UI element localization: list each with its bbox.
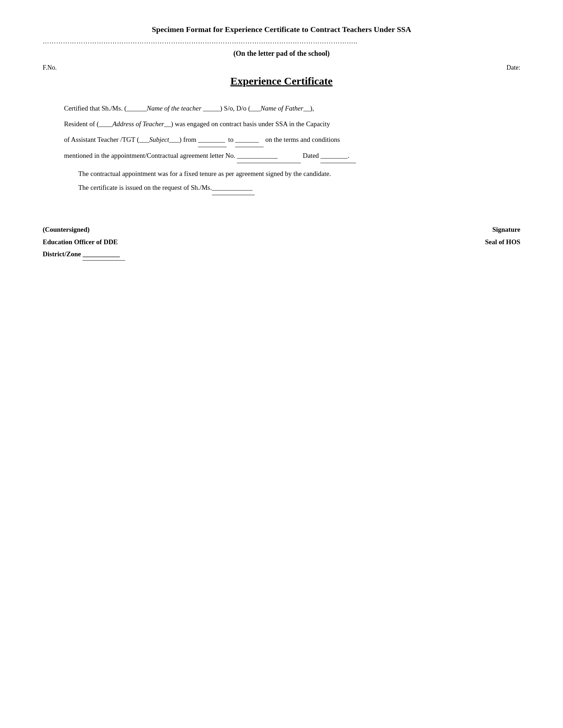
body-text: Certified that Sh./Ms. (______Name of th… — [64, 101, 513, 163]
line2-prefix: Resident of (____ — [64, 120, 112, 128]
seal-label: Seal of HOS — [485, 236, 520, 248]
line3-mid: ___) from — [169, 136, 197, 143]
dated-label: Dated — [303, 152, 319, 159]
line1-prefix: Certified that Sh./Ms. ( — [64, 105, 127, 112]
line3-to: to — [228, 136, 234, 143]
right-signature: Signature Seal of HOS — [485, 224, 520, 248]
line-3: of Assistant Teacher /TGT (___Subject___… — [64, 133, 513, 147]
education-officer-label: Education Officer of DDE — [43, 236, 125, 248]
line3-suffix: on the terms and conditions — [265, 136, 340, 143]
dotted-separator: …………………………………………………………………………………………………………… — [43, 38, 520, 45]
para1-container: The contractual appointment was for a fi… — [78, 167, 513, 181]
blank-name2: ____________ — [212, 181, 255, 195]
date-label: Date: — [506, 64, 520, 71]
fno-label: F.No. — [43, 64, 57, 71]
countersigned-label: (Countersigned) — [43, 224, 125, 236]
subject-placeholder: Subject — [149, 136, 169, 143]
signature-section: (Countersigned) Education Officer of DDE… — [43, 224, 520, 261]
para2-prefix: The certificate is issued on the request… — [78, 184, 212, 191]
teacher-name-placeholder: ______Name of the teacher _____ — [127, 105, 220, 112]
left-signature: (Countersigned) Education Officer of DDE… — [43, 224, 125, 261]
line4-text: mentioned in the appointment/Contractual… — [64, 152, 235, 159]
line-2: Resident of (____Address of Teacher__) w… — [64, 117, 513, 131]
address-placeholder: Address of Teacher — [112, 120, 164, 128]
page: Specimen Format for Experience Certifica… — [0, 0, 563, 728]
line-1: Certified that Sh./Ms. (______Name of th… — [64, 101, 513, 116]
line3-prefix: of Assistant Teacher /TGT (___ — [64, 136, 149, 143]
blank-dated: ________. — [320, 149, 356, 163]
blank-to: _______ — [235, 133, 264, 147]
line1-mid: ) S/o, D/o (___ — [220, 105, 261, 112]
line2-mid: __) was engaged on contract basis under … — [164, 120, 330, 128]
para2-container: The certificate is issued on the request… — [78, 181, 513, 195]
fno-date-row: F.No. Date: — [43, 64, 520, 71]
blank-letter-no: ____________ — [237, 149, 301, 163]
line1-suffix: __), — [303, 105, 314, 112]
father-name-placeholder: Name of Father — [261, 105, 303, 112]
para1: The contractual appointment was for a fi… — [78, 167, 513, 181]
district-zone-text: District/Zone — [43, 250, 81, 258]
signature-label: Signature — [485, 224, 520, 236]
page-title: Specimen Format for Experience Certifica… — [43, 25, 520, 34]
letter-pad-instruction: (On the letter pad of the school) — [43, 49, 520, 58]
line-4: mentioned in the appointment/Contractual… — [64, 149, 513, 163]
district-zone-label: District/Zone ___________ — [43, 248, 125, 261]
district-blank: ___________ — [83, 248, 125, 261]
blank-from: ________ — [198, 133, 227, 147]
certificate-heading: Experience Certificate — [43, 75, 520, 87]
para2: The certificate is issued on the request… — [78, 181, 513, 195]
